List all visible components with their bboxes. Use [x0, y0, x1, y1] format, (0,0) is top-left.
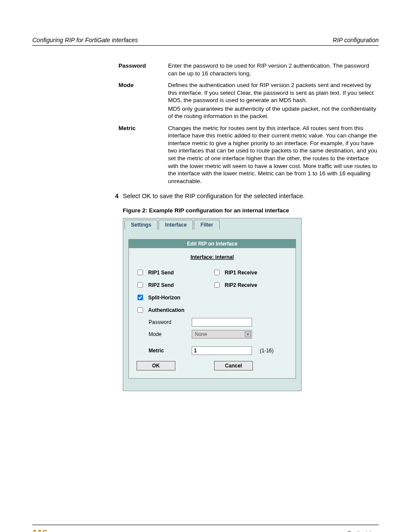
tab-interface[interactable]: Interface: [159, 220, 193, 230]
tab-bar: Settings Interface Filter: [123, 218, 301, 230]
cancel-button[interactable]: Cancel: [214, 361, 253, 370]
split-horizon-checkbox[interactable]: [137, 295, 143, 300]
rip1-receive-label: RIP1 Receive: [225, 270, 257, 276]
figure-caption: Figure 2: Example RIP configuration for …: [123, 207, 379, 214]
page-footer: 116 Fortinet Inc.: [32, 525, 379, 532]
tab-settings[interactable]: Settings: [125, 220, 158, 230]
def-term-metric: Metric: [118, 124, 168, 186]
step-4: 4 Select OK to save the RIP configuratio…: [32, 193, 379, 199]
header-right: RIP configuration: [333, 37, 379, 44]
edit-rip-panel: Edit RIP on Interface Interface: interna…: [128, 239, 296, 379]
rip1-receive-checkbox[interactable]: [214, 270, 220, 275]
metric-input[interactable]: [192, 346, 252, 355]
footer-company: Fortinet Inc.: [347, 530, 379, 532]
step-number: 4: [101, 193, 118, 199]
panel-title: Edit RIP on Interface: [129, 240, 296, 248]
step-text: Select OK to save the RIP configuration …: [123, 193, 305, 199]
mode-select[interactable]: None ▾: [192, 330, 252, 339]
def-desc-password: Enter the password to be used for RIP ve…: [168, 62, 379, 78]
def-desc-mode: Defines the authentication used for RIP …: [168, 81, 379, 121]
rip-config-screenshot: Settings Interface Filter Edit RIP on In…: [123, 218, 302, 391]
mode-select-value: None: [195, 331, 207, 337]
rip1-send-checkbox[interactable]: [137, 270, 143, 275]
def-term-password: Password: [118, 62, 168, 78]
interface-label: Interface: internal: [129, 248, 296, 264]
page-header: Configuring RIP for FortiGate interfaces…: [32, 37, 379, 46]
rip1-send-label: RIP1 Send: [148, 270, 174, 276]
password-input[interactable]: [192, 318, 252, 327]
definition-table: Password Enter the password to be used f…: [118, 62, 379, 186]
mode-field-label: Mode: [149, 331, 192, 337]
page-number: 116: [32, 528, 47, 532]
authentication-checkbox[interactable]: [137, 307, 143, 313]
rip2-receive-checkbox[interactable]: [214, 282, 220, 288]
header-left: Configuring RIP for FortiGate interfaces: [32, 37, 138, 44]
chevron-down-icon: ▾: [245, 331, 251, 337]
split-horizon-label: Split-Horizon: [148, 295, 181, 301]
metric-range-hint: (1-16): [260, 348, 274, 354]
def-desc-metric: Changes the metric for routes sent by th…: [168, 124, 379, 186]
metric-field-label: Metric: [149, 348, 192, 354]
ok-button[interactable]: OK: [137, 361, 175, 370]
rip2-send-checkbox[interactable]: [137, 282, 143, 288]
rip2-receive-label: RIP2 Receive: [225, 282, 257, 288]
password-field-label: Password: [149, 319, 192, 325]
def-term-mode: Mode: [118, 81, 168, 121]
authentication-label: Authentication: [148, 307, 184, 313]
tab-filter[interactable]: Filter: [194, 220, 219, 230]
rip2-send-label: RIP2 Send: [148, 282, 174, 288]
